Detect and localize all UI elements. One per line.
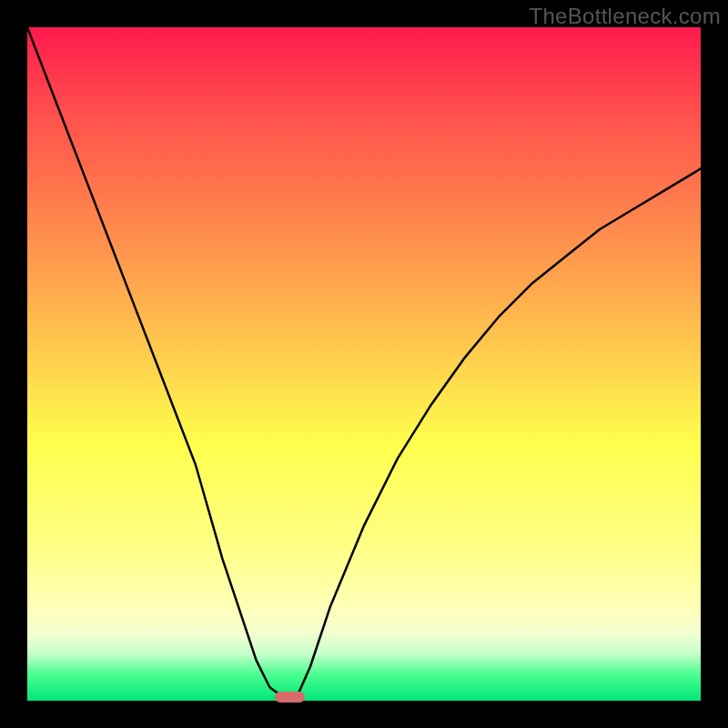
watermark-text: TheBottleneck.com: [529, 4, 721, 29]
plot-area: [27, 27, 701, 701]
chart-frame: TheBottleneck.com: [0, 0, 728, 728]
floor-indicator: [275, 692, 305, 703]
bottleneck-curve: [27, 27, 701, 701]
